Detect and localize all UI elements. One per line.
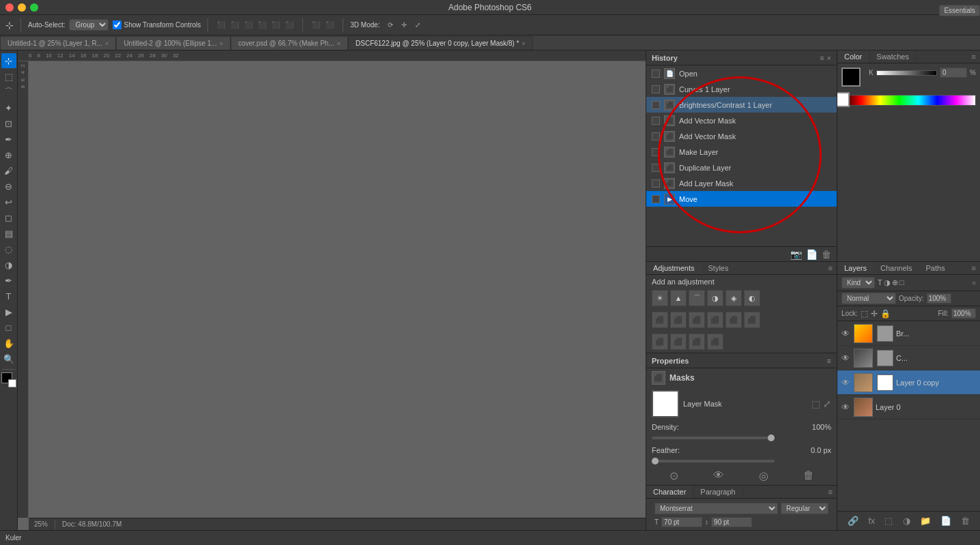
- shape-tool[interactable]: □: [1, 320, 16, 335]
- styles-tab[interactable]: Styles: [702, 262, 736, 274]
- history-checkbox[interactable]: [652, 101, 660, 109]
- blur-tool[interactable]: ◌: [1, 241, 16, 256]
- mask-invert-icon[interactable]: ⊙: [669, 469, 678, 482]
- marquee-tool[interactable]: ⬚: [1, 69, 16, 84]
- crop-tool[interactable]: ⊡: [1, 116, 16, 131]
- background-color[interactable]: [8, 379, 16, 387]
- history-item[interactable]: ⬛ Add Layer Mask: [646, 175, 837, 191]
- layer-0[interactable]: 👁 Layer 0: [837, 395, 980, 419]
- font-style-dropdown[interactable]: Regular: [781, 503, 828, 514]
- bw-adj-icon[interactable]: ⬛: [670, 312, 687, 328]
- dist-h-icon[interactable]: ⬛: [310, 19, 322, 31]
- color-balance-adj-icon[interactable]: ⬛: [652, 312, 668, 328]
- exposure-adj-icon[interactable]: ◑: [707, 290, 723, 306]
- posterize-adj-icon[interactable]: ⬛: [652, 334, 668, 350]
- healing-tool[interactable]: ⊕: [1, 147, 16, 162]
- feather-slider[interactable]: [652, 460, 775, 462]
- layers-tab[interactable]: Layers: [837, 262, 874, 274]
- photo-filter-adj-icon[interactable]: ⬛: [689, 312, 705, 328]
- layer-kind-dropdown[interactable]: Kind: [841, 277, 875, 289]
- align-right-icon[interactable]: ⬛: [242, 19, 255, 31]
- k-slider-track[interactable]: [876, 70, 937, 76]
- char-menu-icon[interactable]: ≡: [824, 486, 837, 498]
- close-button[interactable]: [5, 3, 14, 12]
- paragraph-tab[interactable]: Paragraph: [693, 486, 743, 498]
- magic-wand-tool[interactable]: ✦: [1, 100, 16, 115]
- swatches-tab[interactable]: Swatches: [869, 50, 917, 63]
- font-size-input[interactable]: [661, 517, 702, 527]
- brush-tool[interactable]: 🖌: [1, 163, 16, 178]
- lock-pixels-icon[interactable]: ⬚: [861, 309, 868, 319]
- opacity-input[interactable]: [927, 293, 951, 304]
- font-family-dropdown[interactable]: Montserrat: [654, 503, 778, 514]
- paths-tab[interactable]: Paths: [919, 262, 952, 274]
- adjustments-tab[interactable]: Adjustments: [646, 262, 702, 274]
- lock-all-icon[interactable]: 🔒: [880, 309, 891, 319]
- history-item[interactable]: ⬛ Curves 1 Layer: [646, 81, 837, 97]
- color-tab[interactable]: Color: [837, 50, 869, 63]
- layer-filter-type-icon[interactable]: T: [878, 278, 882, 287]
- layer-curves[interactable]: 👁 C...: [837, 346, 980, 370]
- eraser-tool[interactable]: ◻: [1, 210, 16, 225]
- history-delete-icon[interactable]: 🗑: [822, 249, 831, 260]
- layer-filter-shape-icon[interactable]: □: [899, 278, 904, 287]
- history-item[interactable]: 📄 Open: [646, 65, 837, 81]
- history-close-icon[interactable]: ×: [827, 54, 831, 62]
- mask-visibility-icon[interactable]: 👁: [713, 469, 724, 482]
- layer-eye-icon[interactable]: 👁: [840, 402, 851, 413]
- move-tool-icon[interactable]: ⊹: [5, 20, 14, 31]
- lasso-tool[interactable]: ⌒: [1, 85, 16, 100]
- history-new-doc-icon[interactable]: 📄: [806, 249, 818, 260]
- color-spectrum[interactable]: [841, 95, 976, 106]
- brightness-adj-icon[interactable]: ☀: [652, 290, 668, 306]
- align-middle-icon[interactable]: ⬛: [270, 19, 282, 31]
- fill-input[interactable]: [951, 308, 976, 319]
- history-checkbox[interactable]: [652, 117, 660, 125]
- 3d-rotate-icon[interactable]: ⟳: [384, 19, 397, 31]
- character-tab[interactable]: Character: [646, 486, 693, 498]
- new-group-icon[interactable]: 📁: [920, 516, 931, 526]
- invert-adj-icon[interactable]: ⬛: [744, 312, 760, 328]
- transform-controls-checkbox[interactable]: [113, 20, 121, 29]
- history-item[interactable]: ⬛ Add Vector Mask: [646, 113, 837, 128]
- gradient-map-adj-icon[interactable]: ⬛: [689, 334, 705, 350]
- channels-tab[interactable]: Channels: [874, 262, 919, 274]
- minimize-button[interactable]: [18, 3, 26, 12]
- properties-header[interactable]: Properties ≡: [646, 353, 837, 368]
- color-panel-menu[interactable]: ≡: [968, 50, 980, 63]
- move-tool[interactable]: ⊹: [1, 53, 16, 68]
- history-item[interactable]: ⬛ Make Layer: [646, 144, 837, 160]
- layer-effects-icon[interactable]: fx: [868, 516, 875, 526]
- pen-tool[interactable]: ✒: [1, 273, 16, 288]
- layer-eye-icon[interactable]: 👁: [840, 328, 851, 339]
- blend-mode-dropdown[interactable]: Normal: [841, 293, 896, 304]
- dodge-tool[interactable]: ◑: [1, 257, 16, 272]
- maximize-button[interactable]: [30, 3, 38, 12]
- layer-filter-adj-icon[interactable]: ◑: [884, 278, 891, 287]
- clone-tool[interactable]: ⊖: [1, 179, 16, 194]
- layer-eye-icon[interactable]: 👁: [840, 377, 851, 388]
- align-bottom-icon[interactable]: ⬛: [283, 19, 296, 31]
- history-checkbox[interactable]: [652, 85, 660, 93]
- history-checkbox[interactable]: [652, 164, 660, 172]
- tab-untitled2[interactable]: Untitled-2 @ 100% (Ellipse 1... ×: [116, 36, 231, 50]
- tab-close-4[interactable]: ×: [522, 40, 525, 47]
- eyedropper-tool[interactable]: ✒: [1, 132, 16, 147]
- history-checkbox[interactable]: [652, 195, 660, 203]
- tab-dscf[interactable]: DSCF6122.jpg @ 25% (Layer 0 copy, Layer …: [348, 36, 533, 50]
- lock-position-icon[interactable]: ✛: [871, 309, 878, 319]
- tab-close-3[interactable]: ×: [337, 40, 341, 47]
- gradient-tool[interactable]: ▤: [1, 226, 16, 241]
- channel-mixer-adj-icon[interactable]: ⬛: [707, 312, 723, 328]
- history-panel-header[interactable]: History ≡ ×: [646, 50, 837, 65]
- history-item[interactable]: ⬛ Add Vector Mask: [646, 128, 837, 144]
- delete-layer-icon[interactable]: 🗑: [961, 516, 970, 526]
- levels-adj-icon[interactable]: ▲: [670, 290, 687, 306]
- hue-sat-adj-icon[interactable]: ◐: [744, 290, 760, 306]
- history-brush-tool[interactable]: ↩: [1, 194, 16, 209]
- background-swatch[interactable]: [837, 92, 850, 107]
- history-checkbox[interactable]: [652, 132, 660, 141]
- adj-menu-icon[interactable]: ≡: [824, 262, 837, 274]
- new-layer-icon[interactable]: 📄: [940, 516, 951, 526]
- align-center-icon[interactable]: ⬛: [229, 19, 241, 31]
